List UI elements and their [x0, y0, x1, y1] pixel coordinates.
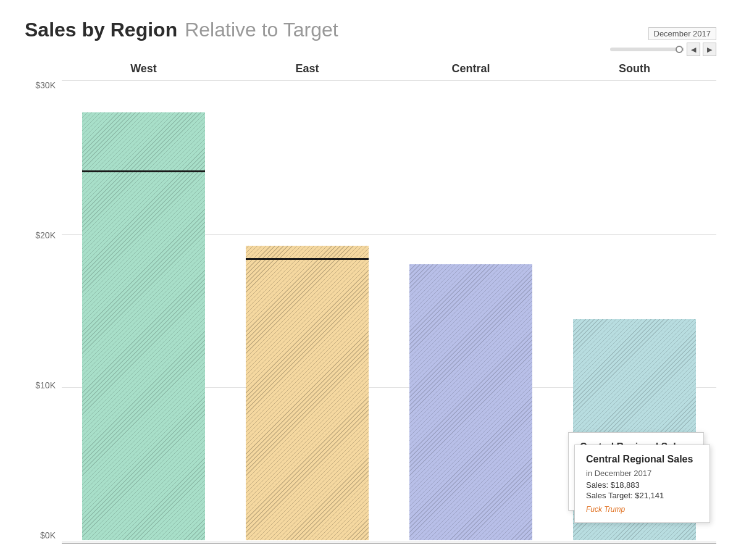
page-title-sub: Relative to Target — [185, 19, 338, 41]
target-line-east — [246, 258, 369, 260]
date-slider[interactable] — [610, 48, 684, 51]
target-line-west — [82, 170, 205, 172]
bar-central[interactable] — [409, 264, 532, 540]
tooltip: Central Regional Sales in December 2017 … — [574, 445, 710, 523]
tooltip-date: in December 2017 — [586, 469, 698, 478]
date-slider-thumb[interactable] — [676, 46, 683, 53]
region-label-west: West — [62, 62, 225, 75]
page-container: Sales by Region Relative to Target Decem… — [0, 0, 741, 560]
chart-body: $30K $20K $10K $0K Central Regiona — [25, 80, 716, 541]
region-labels: West East Central South — [25, 62, 716, 75]
y-label-0k: $0K — [40, 530, 56, 540]
bar-group-east[interactable] — [225, 80, 389, 540]
y-label-10k: $10K — [35, 380, 56, 390]
tooltip-sales: Sales: $18,883 — [586, 480, 698, 490]
x-axis-line — [62, 543, 716, 544]
bar-group-central[interactable] — [389, 80, 553, 540]
y-label-20k: $20K — [35, 230, 56, 240]
page-title-main: Sales by Region — [25, 19, 177, 41]
date-control: December 2017 ◀ ▶ — [610, 27, 716, 56]
tooltip-target: Sales Target: $21,141 — [586, 491, 698, 500]
bar-group-west[interactable] — [62, 80, 225, 540]
y-axis: $30K $20K $10K $0K — [25, 80, 62, 541]
chart-area: West East Central South $30K $20K $10K $… — [25, 62, 716, 544]
date-label: December 2017 — [648, 27, 717, 40]
tooltip-note: Fuck Trump — [586, 505, 698, 514]
header: Sales by Region Relative to Target Decem… — [25, 19, 716, 56]
y-label-30k: $30K — [35, 80, 56, 90]
prev-button[interactable]: ◀ — [687, 43, 700, 56]
next-button[interactable]: ▶ — [703, 43, 716, 56]
region-label-south: South — [553, 62, 716, 75]
date-nav: ◀ ▶ — [610, 43, 716, 56]
bar-west[interactable] — [82, 112, 205, 540]
region-label-central: Central — [389, 62, 553, 75]
bar-east[interactable] — [246, 246, 369, 540]
title-group: Sales by Region Relative to Target — [25, 19, 338, 41]
tooltip-title: Central Regional Sales — [586, 454, 698, 465]
bars-area: Central Regional Sales in December 2017 … — [62, 80, 716, 541]
region-label-east: East — [225, 62, 389, 75]
